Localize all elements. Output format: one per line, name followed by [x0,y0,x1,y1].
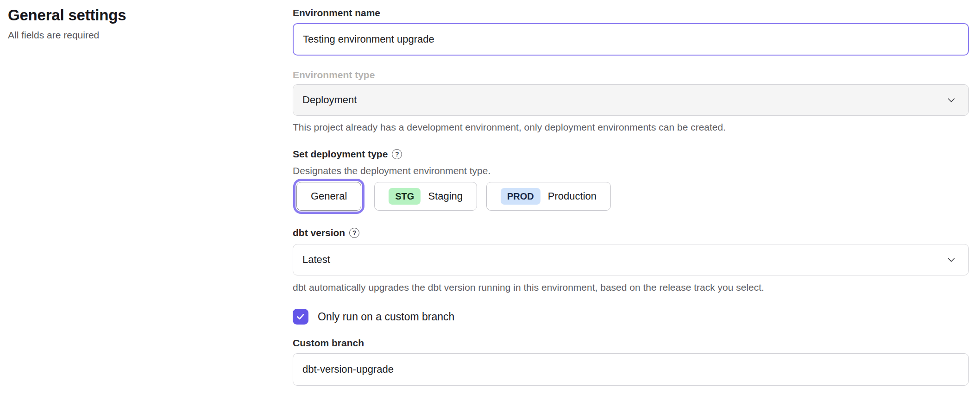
settings-page: General settings All fields are required… [0,0,980,386]
production-button-label: Production [548,190,597,202]
environment-name-label: Environment name [293,7,969,19]
dbt-version-select[interactable]: Latest [293,244,969,275]
section-header: General settings All fields are required [8,6,293,386]
staging-button-label: Staging [428,190,463,202]
chevron-down-icon [946,255,956,265]
custom-branch-toggle-row: Only run on a custom branch [293,309,969,325]
staging-badge: STG [389,188,421,205]
help-icon[interactable]: ? [349,228,359,238]
deployment-type-helper: Designates the deployment environment ty… [293,165,969,176]
deployment-type-production-button[interactable]: PROD Production [486,182,611,211]
deployment-type-options: General STG Staging PROD Production [293,182,969,211]
dbt-version-label-text: dbt version [293,227,345,238]
environment-name-input[interactable] [293,23,969,56]
custom-branch-label: Custom branch [293,338,969,349]
dbt-version-value: Latest [302,254,330,266]
chevron-down-icon [946,95,956,105]
deployment-type-staging-button[interactable]: STG Staging [374,182,477,211]
checkmark-icon [296,312,305,321]
field-environment-type: Environment type Deployment This project… [293,69,969,133]
custom-branch-toggle-label[interactable]: Only run on a custom branch [318,311,454,323]
environment-type-select[interactable]: Deployment [293,84,969,116]
production-badge: PROD [501,188,540,205]
field-environment-name: Environment name [293,7,969,56]
help-icon[interactable]: ? [392,149,402,159]
deployment-type-general-button[interactable]: General [296,182,361,211]
deployment-type-label: Set deployment type ? [293,149,969,160]
general-settings-form: Environment name Environment type Deploy… [293,6,969,386]
dbt-version-helper: dbt automatically upgrades the dbt versi… [293,282,969,293]
custom-branch-input[interactable] [293,353,969,386]
environment-type-value: Deployment [302,94,357,106]
deployment-type-label-text: Set deployment type [293,149,388,160]
page-subtitle: All fields are required [8,30,293,41]
field-dbt-version: dbt version ? Latest dbt automatically u… [293,227,969,293]
environment-type-helper: This project already has a development e… [293,122,969,133]
dbt-version-label: dbt version ? [293,227,969,238]
general-button-label: General [311,190,347,202]
custom-branch-checkbox[interactable] [293,309,308,325]
field-deployment-type: Set deployment type ? Designates the dep… [293,149,969,211]
page-title: General settings [8,6,293,24]
environment-type-label: Environment type [293,69,969,81]
field-custom-branch: Custom branch [293,338,969,386]
